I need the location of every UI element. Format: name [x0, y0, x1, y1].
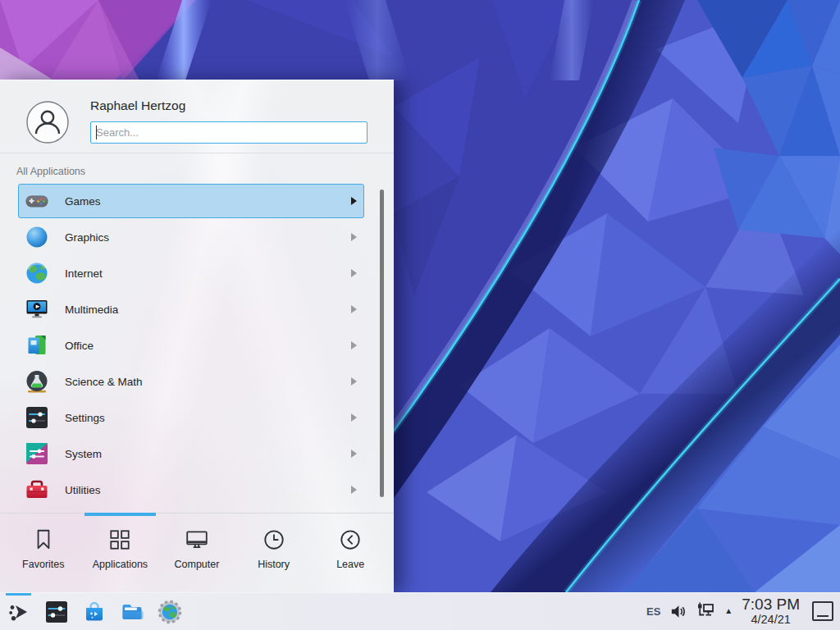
chevron-right-icon — [351, 450, 357, 458]
digital-clock[interactable]: 7:03 PM 4/24/21 — [742, 596, 800, 626]
category-games[interactable]: Games — [18, 184, 364, 218]
graphics-icon — [24, 224, 50, 250]
chevron-right-icon — [351, 413, 357, 422]
web-browser-button[interactable] — [151, 593, 189, 630]
keyboard-layout-indicator[interactable]: ES — [646, 605, 660, 618]
user-avatar-icon — [26, 101, 69, 144]
launcher-footer-tabs: Favorites Applications Computer — [0, 513, 394, 592]
kickoff-launcher-button[interactable] — [0, 593, 38, 630]
favorites-icon — [31, 527, 56, 552]
clock-time: 7:03 PM — [742, 596, 800, 614]
computer-icon — [185, 527, 209, 552]
category-label: Office — [65, 340, 351, 352]
chevron-right-icon — [351, 377, 357, 386]
launcher-header: Raphael Hertzog — [0, 80, 394, 153]
internet-icon — [24, 260, 50, 286]
category-label: Settings — [65, 412, 351, 424]
tab-computer[interactable]: Computer — [158, 514, 235, 592]
category-label: Games — [65, 195, 351, 208]
category-science-math[interactable]: Science & Math — [18, 364, 364, 399]
volume-icon[interactable] — [669, 603, 687, 620]
user-name: Raphael Hertzog — [90, 98, 185, 113]
scrollbar-thumb[interactable] — [380, 189, 384, 497]
tab-label: History — [258, 559, 290, 570]
tab-label: Computer — [175, 559, 220, 570]
system-icon — [24, 441, 50, 467]
chevron-right-icon — [351, 233, 357, 241]
chevron-right-icon — [351, 197, 357, 205]
category-list: Games Graphics — [0, 181, 394, 514]
tab-label: Favorites — [22, 559, 64, 570]
system-settings-button[interactable] — [38, 593, 75, 630]
desktop: Raphael Hertzog All Applications Games — [0, 0, 840, 630]
category-internet[interactable]: Internet — [18, 256, 364, 290]
utilities-icon — [24, 477, 50, 503]
category-label: Graphics — [65, 231, 351, 244]
category-utilities[interactable]: Utilities — [18, 472, 364, 507]
category-system[interactable]: System — [18, 436, 364, 471]
dolphin-file-manager-button[interactable] — [113, 593, 151, 630]
clock-date: 4/24/21 — [742, 614, 800, 627]
system-settings-icon — [43, 599, 70, 625]
category-multimedia[interactable]: Multimedia — [18, 292, 364, 326]
category-graphics[interactable]: Graphics — [18, 220, 364, 254]
games-icon — [24, 188, 50, 214]
tab-history[interactable]: History — [235, 514, 313, 592]
expand-tray-icon[interactable]: ▲ — [724, 607, 733, 615]
category-label: System — [65, 448, 351, 460]
taskbar-panel: ES ▲ 7:03 PM 4/ — [0, 592, 840, 630]
tab-label: Leave — [336, 559, 364, 570]
tab-applications[interactable]: Applications — [82, 514, 159, 592]
category-label: Internet — [65, 267, 351, 280]
leave-icon — [338, 527, 363, 552]
category-label: Multimedia — [65, 304, 351, 316]
system-tray: ES ▲ 7:03 PM 4/ — [646, 596, 840, 626]
chevron-right-icon — [351, 305, 357, 313]
section-label: All Applications — [16, 166, 85, 177]
multimedia-icon — [24, 296, 50, 322]
discover-icon — [81, 599, 107, 625]
chevron-right-icon — [351, 269, 357, 277]
network-icon[interactable] — [696, 601, 715, 621]
web-browser-icon — [157, 599, 183, 625]
category-settings[interactable]: Settings — [18, 400, 364, 435]
tab-leave[interactable]: Leave — [312, 514, 389, 592]
chevron-right-icon — [351, 341, 357, 349]
show-desktop-button[interactable] — [812, 601, 833, 621]
kickoff-launcher-icon — [6, 599, 32, 625]
category-office[interactable]: Office — [18, 328, 364, 363]
science-icon — [24, 368, 50, 395]
tab-label: Applications — [93, 559, 148, 570]
applications-icon — [107, 527, 132, 552]
dolphin-file-manager-icon — [119, 599, 145, 625]
application-launcher-menu: Raphael Hertzog All Applications Games — [0, 80, 394, 592]
office-icon — [24, 332, 50, 358]
history-icon — [262, 527, 286, 552]
chevron-right-icon — [351, 486, 357, 494]
category-label: Science & Math — [65, 376, 351, 388]
tab-favorites[interactable]: Favorites — [5, 514, 82, 592]
settings-icon — [24, 404, 50, 431]
search-input[interactable] — [90, 121, 368, 144]
text-cursor — [96, 126, 97, 139]
category-label: Utilities — [65, 484, 351, 496]
active-tab-indicator — [84, 513, 156, 516]
discover-button[interactable] — [75, 593, 113, 630]
